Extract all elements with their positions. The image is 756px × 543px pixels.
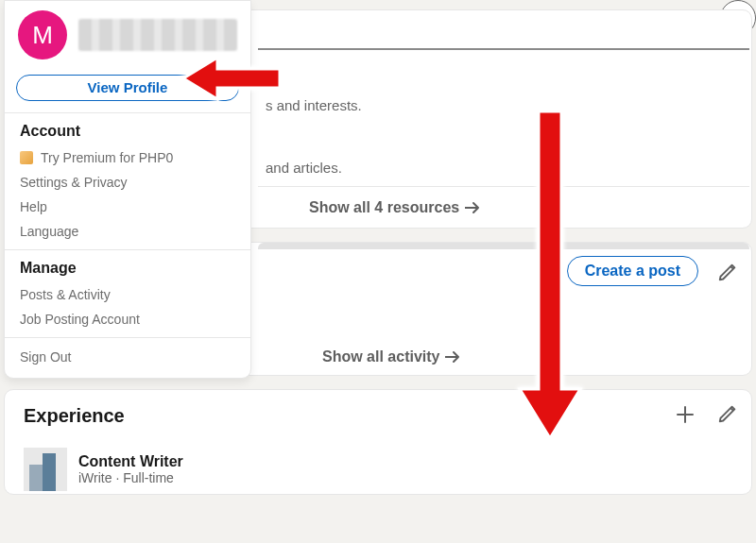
sign-out-link[interactable]: Sign Out	[5, 337, 250, 372]
manage-section: Manage Posts & Activity Job Posting Acco…	[5, 249, 250, 337]
menu-item-label: Job Posting Account	[20, 312, 140, 327]
articles-text-fragment: and articles.	[266, 160, 342, 176]
menu-item-posts-activity[interactable]: Posts & Activity	[20, 282, 235, 307]
avatar: M	[18, 10, 67, 59]
account-section: Account Try Premium for PHP0 Settings & …	[5, 112, 250, 249]
me-dropdown: M View Profile Account Try Premium for P…	[4, 0, 251, 379]
menu-item-premium[interactable]: Try Premium for PHP0	[20, 145, 235, 170]
premium-icon	[20, 151, 33, 164]
arrow-right-icon	[445, 350, 462, 364]
menu-item-label: Posts & Activity	[20, 287, 111, 302]
show-resources-label: Show all 4 resources	[309, 199, 459, 216]
manage-heading: Manage	[20, 260, 235, 277]
menu-item-label: Settings & Privacy	[20, 175, 128, 190]
show-all-activity-link[interactable]: Show all activity	[322, 348, 462, 365]
card-top-accent	[258, 243, 749, 249]
plus-icon	[674, 403, 696, 426]
menu-item-help[interactable]: Help	[20, 195, 235, 219]
arrow-right-icon	[465, 201, 482, 214]
view-profile-button[interactable]: View Profile	[16, 75, 239, 101]
menu-item-job-posting[interactable]: Job Posting Account	[20, 307, 235, 331]
add-experience-button[interactable]	[674, 403, 696, 430]
job-title: Content Writer	[78, 453, 183, 470]
profile-row[interactable]: M	[5, 1, 250, 65]
menu-item-label: Language	[20, 224, 78, 239]
show-activity-label: Show all activity	[322, 348, 439, 365]
inner-divider	[258, 186, 749, 187]
menu-item-label: Try Premium for PHP0	[41, 150, 173, 165]
menu-item-settings[interactable]: Settings & Privacy	[20, 170, 235, 195]
job-subtitle: iWrite · Full-time	[78, 470, 183, 485]
company-logo-placeholder	[24, 448, 67, 491]
pencil-icon	[717, 403, 738, 424]
experience-heading: Experience	[24, 405, 732, 427]
menu-item-language[interactable]: Language	[20, 219, 235, 244]
show-all-resources-link[interactable]: Show all 4 resources	[309, 199, 482, 216]
account-heading: Account	[20, 123, 235, 140]
edit-activity-button[interactable]	[717, 262, 738, 286]
pencil-icon	[717, 262, 738, 282]
profile-name-redacted	[78, 19, 237, 51]
menu-item-label: Help	[20, 199, 47, 214]
create-post-button[interactable]: Create a post	[567, 256, 698, 286]
experience-card: Experience Content Writer iWrite · Full-…	[4, 389, 752, 495]
edit-experience-button[interactable]	[717, 403, 738, 428]
experience-entry[interactable]: Content Writer iWrite · Full-time	[24, 448, 732, 491]
interests-text-fragment: s and interests.	[266, 97, 362, 113]
card-divider	[258, 48, 749, 50]
